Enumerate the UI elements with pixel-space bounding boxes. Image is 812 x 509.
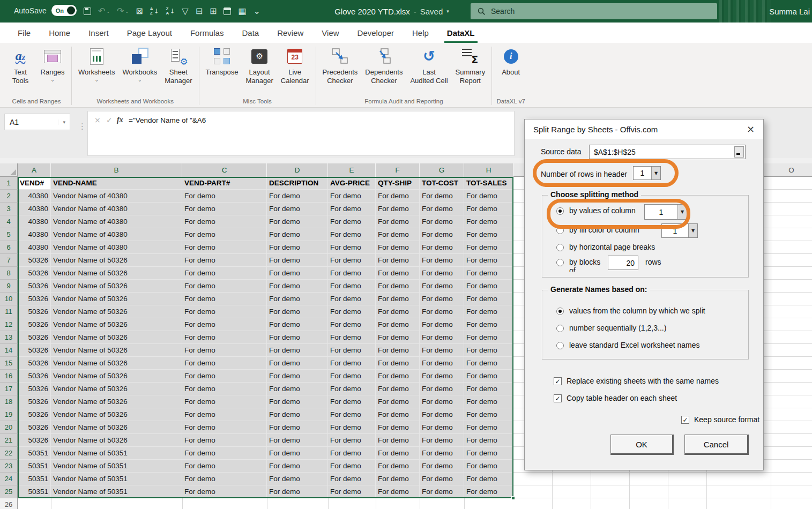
cell-A4[interactable]: 40380 [18,215,51,228]
cell-D8[interactable]: For demo [267,267,328,280]
row-header-22[interactable]: 22 [0,447,18,460]
row-header-18[interactable]: 18 [0,395,18,408]
name-box[interactable]: A1 ▾ [4,114,70,130]
cell-F21[interactable]: For demo [376,434,420,447]
cell-F17[interactable]: For demo [376,383,420,395]
cell-D18[interactable]: For demo [267,395,328,408]
cell-D23[interactable]: For demo [267,460,328,473]
delete-rows-icon[interactable]: ⊟ [196,7,203,16]
cell-A8[interactable]: 50326 [18,267,51,280]
cell-G14[interactable]: For demo [420,344,464,357]
cell-B1[interactable]: VEND-NAME [51,177,182,190]
cell-C9[interactable]: For demo [182,280,267,293]
cell-H18[interactable]: For demo [464,395,513,408]
delete-cells-icon[interactable]: ⊠ [136,7,143,16]
cell-F3[interactable]: For demo [376,203,420,215]
cell-A19[interactable]: 50326 [18,408,51,421]
cell-E23[interactable]: For demo [328,460,376,473]
cell-F24[interactable]: For demo [376,473,420,485]
row-header-15[interactable]: 15 [0,357,18,370]
column-header-G[interactable]: G [420,163,464,177]
cell-H9[interactable]: For demo [464,280,513,293]
cell-E12[interactable]: For demo [328,318,376,331]
cell-C5[interactable]: For demo [182,228,267,241]
cell-D9[interactable]: For demo [267,280,328,293]
cell-D22[interactable]: For demo [267,447,328,460]
cell-E21[interactable]: For demo [328,434,376,447]
tab-page-layout[interactable]: Page Layout [118,23,181,43]
cell-C17[interactable]: For demo [182,383,267,395]
cell-G15[interactable]: For demo [420,357,464,370]
cell-G16[interactable]: For demo [420,370,464,383]
text-tools-button[interactable]: azTextTools [5,44,35,85]
cell-C16[interactable]: For demo [182,370,267,383]
radio-by-fill-color-of-column[interactable] [556,227,564,234]
cell-B15[interactable]: Vendor Name of 50326 [51,357,182,370]
cell-E2[interactable]: For demo [328,190,376,203]
search-box[interactable]: Search [471,3,717,19]
cell-C25[interactable]: For demo [182,485,267,498]
cell-C24[interactable]: For demo [182,473,267,485]
cell-E3[interactable]: For demo [328,203,376,215]
cell-D25[interactable]: For demo [267,485,328,498]
cell-F20[interactable]: For demo [376,421,420,434]
cell-G21[interactable]: For demo [420,434,464,447]
cell-G13[interactable]: For demo [420,331,464,344]
workbooks-button[interactable]: Workbooks⌄ [120,44,160,83]
cell-B14[interactable]: Vendor Name of 50326 [51,344,182,357]
cell-A7[interactable]: 50326 [18,254,51,267]
cell-C2[interactable]: For demo [182,190,267,203]
cell-E25[interactable]: For demo [328,485,376,498]
cell-G1[interactable]: TOT-COST [420,177,464,190]
cell-E8[interactable]: For demo [328,267,376,280]
transpose-button[interactable]: Transpose [203,44,241,77]
cell-D15[interactable]: For demo [267,357,328,370]
cell-E10[interactable]: For demo [328,293,376,305]
date-picker-icon[interactable] [224,8,231,15]
formula-bar-handle[interactable]: ⋮ [78,122,86,131]
row-header-3[interactable]: 3 [0,203,18,215]
radio-by-values-of-column[interactable] [556,207,564,215]
cell-A12[interactable]: 50326 [18,318,51,331]
cancel-button[interactable]: Cancel [684,435,749,455]
tab-developer[interactable]: Developer [348,23,403,43]
cell-A25[interactable]: 50351 [18,485,51,498]
cell-F6[interactable]: For demo [376,241,420,254]
cell-A21[interactable]: 50326 [18,434,51,447]
cell-F19[interactable]: For demo [376,408,420,421]
row-header-21[interactable]: 21 [0,434,18,447]
cell-A22[interactable]: 50351 [18,447,51,460]
redo-icon[interactable]: ↷⌄ [117,7,129,16]
autosave-pill[interactable]: On [51,5,77,16]
cell-H24[interactable]: For demo [464,473,513,485]
cell-E11[interactable]: For demo [328,305,376,318]
row-header-13[interactable]: 13 [0,331,18,344]
cell-E18[interactable]: For demo [328,395,376,408]
rows-count-input[interactable]: 20 [608,256,638,270]
cell-D16[interactable]: For demo [267,370,328,383]
cell-B18[interactable]: Vendor Name of 50326 [51,395,182,408]
cell-F4[interactable]: For demo [376,215,420,228]
column-header-H[interactable]: H [464,163,513,177]
cell-F13[interactable]: For demo [376,331,420,344]
row-header-14[interactable]: 14 [0,344,18,357]
row-header-20[interactable]: 20 [0,421,18,434]
cell-B24[interactable]: Vendor Name of 50351 [51,473,182,485]
radio-values-from-the[interactable] [556,308,564,315]
cell-A23[interactable]: 50351 [18,460,51,473]
cell-C3[interactable]: For demo [182,203,267,215]
cell-C10[interactable]: For demo [182,293,267,305]
cell-F15[interactable]: For demo [376,357,420,370]
cell-H3[interactable]: For demo [464,203,513,215]
cell-D6[interactable]: For demo [267,241,328,254]
cell-H23[interactable]: For demo [464,460,513,473]
tab-home[interactable]: Home [40,23,79,43]
cell-B9[interactable]: Vendor Name of 50326 [51,280,182,293]
row-header-4[interactable]: 4 [0,215,18,228]
cell-E19[interactable]: For demo [328,408,376,421]
cell-D19[interactable]: For demo [267,408,328,421]
cell-G4[interactable]: For demo [420,215,464,228]
cell-A14[interactable]: 50326 [18,344,51,357]
cell-E15[interactable]: For demo [328,357,376,370]
cell-F10[interactable]: For demo [376,293,420,305]
